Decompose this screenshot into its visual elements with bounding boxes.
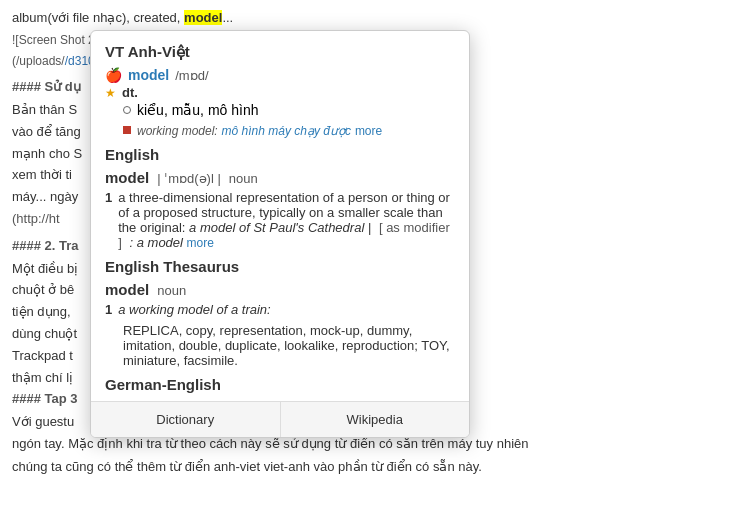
english-def-text: a three-dimensional representation of a … <box>118 190 455 250</box>
english-example: a model of St Paul's Cathedral <box>189 220 364 235</box>
wikipedia-button[interactable]: Wikipedia <box>281 402 470 437</box>
english-num: 1 <box>105 190 112 250</box>
thesaurus-section: English Thesaurus model noun 1 a working… <box>105 258 455 368</box>
english-pos: noun <box>229 171 258 186</box>
english-word-row: model | ˈmɒd(ə)l | noun <box>105 169 455 186</box>
vt-phonetic: /mɒd/ <box>175 68 208 83</box>
vt-definition: kiểu, mẫu, mô hình <box>137 102 259 118</box>
vt-definition-bullet: kiểu, mẫu, mô hình <box>123 102 455 118</box>
english-phonetic: | ˈmɒd(ə)l | <box>157 171 221 186</box>
german-title: German-English <box>105 376 455 393</box>
german-section: German-English <box>105 376 455 393</box>
vt-word: model <box>128 67 169 83</box>
vt-word-entry: 🍎 model /mɒd/ <box>105 67 455 83</box>
english-def-row: 1 a three-dimensional representation of … <box>105 190 455 250</box>
vt-section-title: VT Anh-Việt <box>105 43 455 61</box>
thesaurus-word-row: model noun <box>105 281 455 298</box>
english-modifier-example: : a model <box>129 235 182 250</box>
thesaurus-synonyms: REPLICA, copy, representation, mock-up, … <box>123 323 455 368</box>
thesaurus-num: 1 <box>105 302 112 317</box>
bullet-circle-icon <box>123 106 131 114</box>
thesaurus-word: model <box>105 281 149 298</box>
dictionary-popup: VT Anh-Việt 🍎 model /mɒd/ ★ dt. kiểu, mẫ… <box>90 30 470 438</box>
highlighted-word: model <box>184 10 222 25</box>
thesaurus-example: a working model of a train: <box>118 302 270 317</box>
bullet-square-icon <box>123 126 131 134</box>
thesaurus-pos: noun <box>157 283 186 298</box>
vt-example: working model: mô hình máy chạy được mor… <box>137 122 382 138</box>
english-more-link[interactable]: more <box>187 236 214 250</box>
thesaurus-def-row: 1 a working model of a train: <box>105 302 455 317</box>
apple-icon: 🍎 <box>105 67 122 83</box>
english-sep: | <box>368 220 375 235</box>
vt-example-italic: working model: <box>137 124 218 138</box>
thesaurus-title: English Thesaurus <box>105 258 455 275</box>
popup-body[interactable]: VT Anh-Việt 🍎 model /mɒd/ ★ dt. kiểu, mẫ… <box>91 31 469 401</box>
vt-more-link[interactable]: more <box>355 124 382 138</box>
vt-pos: dt. <box>122 85 138 100</box>
vt-example-vn: mô hình máy chạy được <box>222 124 351 138</box>
english-word: model <box>105 169 149 186</box>
english-section-title: English <box>105 146 455 163</box>
english-section: English model | ˈmɒd(ə)l | noun 1 a thre… <box>105 146 455 250</box>
popup-footer: Dictionary Wikipedia <box>91 401 469 437</box>
vt-pos-entry: ★ dt. <box>105 85 455 100</box>
star-icon: ★ <box>105 86 116 100</box>
dictionary-button[interactable]: Dictionary <box>91 402 281 437</box>
vt-example-row: working model: mô hình máy chạy được mor… <box>123 122 455 138</box>
